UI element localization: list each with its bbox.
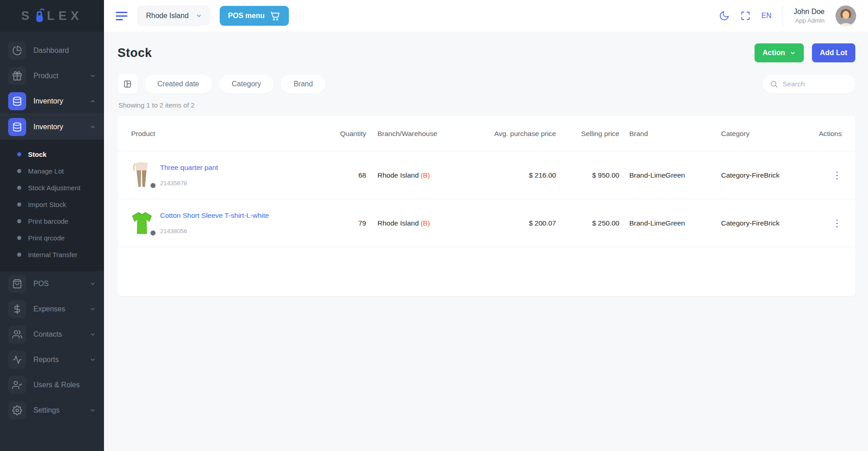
bullet-dot-icon bbox=[17, 186, 21, 190]
user-check-icon bbox=[8, 376, 26, 394]
chevron-up-icon bbox=[90, 98, 96, 104]
pos-menu-button[interactable]: POS menu bbox=[220, 6, 289, 26]
branch-tag: (B) bbox=[420, 219, 430, 227]
database-icon bbox=[8, 92, 26, 110]
kebab-menu-icon[interactable]: ⋮ bbox=[832, 170, 842, 180]
users-icon bbox=[8, 325, 26, 343]
col-header-selling-price: Selling price bbox=[556, 130, 619, 138]
sidebar-item-pos[interactable]: POS bbox=[0, 271, 104, 296]
submenu-item-import-stock[interactable]: Import Stock bbox=[0, 196, 104, 213]
product-sku: 21435678 bbox=[160, 180, 187, 187]
page-title: Stock bbox=[118, 46, 152, 60]
sidebar-item-reports[interactable]: Reports bbox=[0, 347, 104, 372]
chevron-down-icon bbox=[196, 13, 202, 19]
sidebar-item-dashboard[interactable]: Dashboard bbox=[0, 38, 104, 63]
kebab-menu-icon[interactable]: ⋮ bbox=[832, 218, 842, 228]
sidebar-item-label: Contacts bbox=[33, 330, 62, 338]
submenu-item-print-barcode[interactable]: Print barcode bbox=[0, 213, 104, 230]
pie-chart-icon bbox=[8, 42, 26, 60]
cart-icon bbox=[270, 10, 281, 21]
filter-category[interactable]: Category bbox=[219, 75, 274, 94]
chevron-up-icon bbox=[90, 124, 96, 130]
submenu-item-internal-transfer[interactable]: Internal Transfer bbox=[0, 246, 104, 263]
shopping-bag-icon bbox=[8, 275, 26, 293]
col-header-quantity: Quantity bbox=[326, 130, 366, 138]
branch-selector[interactable]: Rhode Island bbox=[137, 6, 210, 26]
avg-price-cell: $ 216.00 bbox=[479, 171, 556, 179]
product-link[interactable]: Three quarter pant bbox=[160, 164, 218, 172]
col-header-category: Category bbox=[721, 130, 807, 138]
search-input[interactable] bbox=[783, 80, 841, 88]
columns-toggle-button[interactable] bbox=[118, 74, 137, 94]
fullscreen-icon[interactable] bbox=[741, 11, 750, 21]
submenu-item-label: Stock Adjustment bbox=[28, 184, 80, 192]
user-menu[interactable]: John Doe App Admin bbox=[794, 8, 825, 24]
sidebar-item-label: Reports bbox=[33, 356, 59, 364]
table-header-row: Product Quantity Branch/Warehouse Avg. p… bbox=[118, 116, 855, 151]
gear-icon bbox=[8, 401, 26, 419]
submenu-item-label: Internal Transfer bbox=[28, 251, 77, 258]
product-image bbox=[131, 210, 153, 236]
sidebar-item-settings[interactable]: Settings bbox=[0, 398, 104, 423]
submenu-item-print-qrcode[interactable]: Print qrcode bbox=[0, 230, 104, 246]
chevron-down-icon bbox=[90, 306, 96, 312]
app-root: S LEX Dashboard bbox=[0, 0, 868, 451]
language-switcher[interactable]: EN bbox=[761, 12, 771, 20]
branch-selector-value: Rhode Island bbox=[146, 12, 189, 20]
search-box bbox=[763, 75, 855, 94]
bullet-dot-icon bbox=[17, 219, 21, 223]
action-button[interactable]: Action bbox=[755, 43, 804, 62]
columns-icon bbox=[123, 80, 132, 89]
brand-cell: Brand-LimeGreen bbox=[619, 219, 721, 227]
sidebar-item-inventory[interactable]: Inventory bbox=[0, 89, 104, 114]
sidebar-item-contacts[interactable]: Contacts bbox=[0, 322, 104, 347]
sidebar-item-label: Inventory bbox=[33, 97, 63, 105]
divider bbox=[783, 5, 783, 26]
category-cell: Category-FireBrick bbox=[721, 171, 807, 179]
submenu-item-stock-adjustment[interactable]: Stock Adjustment bbox=[0, 179, 104, 196]
chevron-down-icon bbox=[90, 73, 96, 79]
bullet-dot-icon bbox=[17, 236, 21, 240]
topbar: Rhode Island POS menu EN bbox=[104, 0, 868, 32]
sidebar-item-product[interactable]: Product bbox=[0, 63, 104, 89]
submenu-item-label: Stock bbox=[28, 150, 47, 158]
logo-tag-icon bbox=[33, 8, 45, 23]
avatar[interactable] bbox=[835, 5, 856, 26]
branch-tag: (B) bbox=[420, 171, 430, 179]
hamburger-icon[interactable] bbox=[116, 12, 127, 20]
product-image bbox=[131, 162, 153, 189]
add-lot-button-label: Add Lot bbox=[820, 49, 847, 57]
branch-cell: Rhode Island(B) bbox=[366, 219, 479, 227]
logo: S LEX bbox=[0, 0, 104, 32]
filter-created-date[interactable]: Created date bbox=[145, 75, 212, 94]
dollar-icon bbox=[8, 300, 26, 318]
sidebar-item-label: Users & Roles bbox=[33, 381, 80, 389]
product-link[interactable]: Cotton Short Sleeve T-shirt-L-white bbox=[160, 211, 269, 220]
sidebar-item-users-roles[interactable]: Users & Roles bbox=[0, 372, 104, 398]
sidebar-item-inventory-group-header[interactable]: Inventory bbox=[0, 114, 104, 140]
database-icon bbox=[8, 118, 26, 136]
sidebar-nav: Dashboard Product Inventory bbox=[0, 32, 104, 423]
add-lot-button[interactable]: Add Lot bbox=[812, 43, 855, 62]
logo-text-rest: LEX bbox=[47, 9, 83, 23]
status-dot bbox=[150, 230, 156, 236]
sidebar-item-label: Inventory bbox=[33, 123, 63, 131]
selling-price-cell: $ 250.00 bbox=[556, 219, 619, 227]
bullet-dot-icon bbox=[17, 253, 21, 257]
sidebar: S LEX Dashboard bbox=[0, 0, 104, 451]
sidebar-item-expenses[interactable]: Expenses bbox=[0, 296, 104, 322]
user-name: John Doe bbox=[794, 8, 825, 16]
filter-brand[interactable]: Brand bbox=[281, 75, 326, 94]
submenu-item-manage-lot[interactable]: Manage Lot bbox=[0, 163, 104, 179]
submenu-item-label: Print barcode bbox=[28, 217, 68, 225]
col-header-avg-price: Avg. purchase price bbox=[479, 130, 556, 138]
sidebar-item-label: Expenses bbox=[33, 305, 65, 313]
col-header-product: Product bbox=[131, 130, 326, 138]
moon-icon[interactable] bbox=[719, 10, 730, 21]
sidebar-item-label: POS bbox=[33, 280, 49, 288]
submenu-item-stock[interactable]: Stock bbox=[0, 146, 104, 163]
gift-icon bbox=[8, 67, 26, 85]
action-button-label: Action bbox=[763, 49, 785, 57]
category-cell: Category-FireBrick bbox=[721, 219, 807, 227]
chevron-down-icon bbox=[90, 407, 96, 413]
